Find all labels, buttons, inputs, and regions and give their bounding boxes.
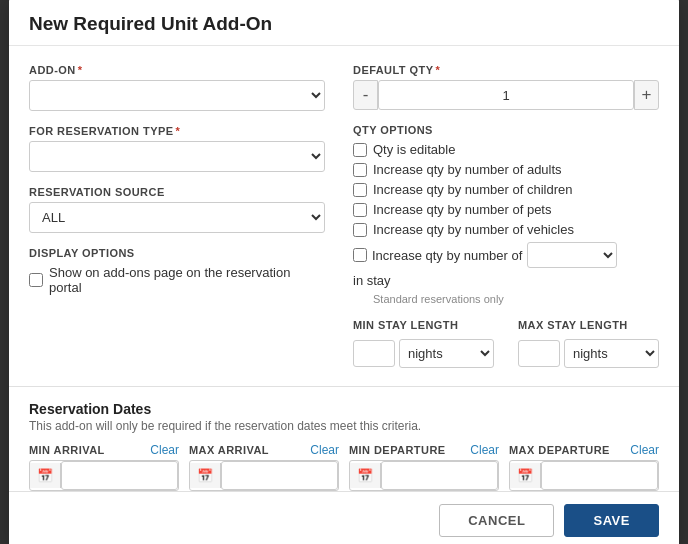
min-departure-label: MIN DEPARTURE <box>349 444 446 456</box>
min-stay-length-unit[interactable]: nights days weeks <box>399 339 494 368</box>
qty-custom-row: Increase qty by number of in stay <box>353 242 659 288</box>
qty-children-row: Increase qty by number of children <box>353 182 659 197</box>
show-on-addons-label: Show on add-ons page on the reservation … <box>49 265 325 295</box>
min-departure-calendar-icon: 📅 <box>350 463 381 488</box>
max-departure-group: MAX DEPARTURE Clear 📅 <box>509 443 659 491</box>
min-arrival-label: MIN ARRIVAL <box>29 444 105 456</box>
qty-vehicles-label: Increase qty by number of vehicles <box>373 222 574 237</box>
min-arrival-clear[interactable]: Clear <box>150 443 179 457</box>
qty-pets-label: Increase qty by number of pets <box>373 202 551 217</box>
show-on-addons-row: Show on add-ons page on the reservation … <box>29 265 325 295</box>
max-departure-calendar-icon: 📅 <box>510 463 541 488</box>
qty-editable-row: Qty is editable <box>353 142 659 157</box>
min-stay-length-inputs: nights days weeks <box>353 339 494 368</box>
save-button[interactable]: SAVE <box>564 504 659 537</box>
min-arrival-label-row: MIN ARRIVAL Clear <box>29 443 179 457</box>
right-column: DEFAULT QTY* - + QTY OPTIONS Qty is edit… <box>353 64 659 368</box>
max-stay-length-group: MAX STAY LENGTH nights days weeks <box>518 319 659 368</box>
default-qty-label: DEFAULT QTY* <box>353 64 659 76</box>
std-reservations-note: Standard reservations only <box>373 293 659 305</box>
max-arrival-clear[interactable]: Clear <box>310 443 339 457</box>
default-qty-group: DEFAULT QTY* - + <box>353 64 659 110</box>
qty-editable-checkbox[interactable] <box>353 143 367 157</box>
reservation-source-group: RESERVATION SOURCE ALL Online Manual <box>29 186 325 233</box>
qty-control: - + <box>353 80 659 110</box>
max-arrival-input[interactable] <box>221 461 338 490</box>
max-arrival-label-row: MAX ARRIVAL Clear <box>189 443 339 457</box>
addon-label: ADD-ON* <box>29 64 325 76</box>
qty-children-checkbox[interactable] <box>353 183 367 197</box>
modal-header: New Required Unit Add-On <box>9 0 679 46</box>
display-options-label: DISPLAY OPTIONS <box>29 247 325 259</box>
qty-adults-row: Increase qty by number of adults <box>353 162 659 177</box>
cancel-button[interactable]: CANCEL <box>439 504 554 537</box>
min-arrival-input-wrapper: 📅 <box>29 460 179 491</box>
qty-custom-select[interactable] <box>527 242 617 268</box>
min-departure-clear[interactable]: Clear <box>470 443 499 457</box>
max-departure-label-row: MAX DEPARTURE Clear <box>509 443 659 457</box>
min-stay-length-label: MIN STAY LENGTH <box>353 319 494 331</box>
reservation-type-label: FOR RESERVATION TYPE* <box>29 125 325 137</box>
max-departure-input[interactable] <box>541 461 658 490</box>
reservation-dates-title: Reservation Dates <box>29 401 659 417</box>
stay-length-row: MIN STAY LENGTH nights days weeks <box>353 319 659 368</box>
reservation-source-select[interactable]: ALL Online Manual <box>29 202 325 233</box>
qty-adults-label: Increase qty by number of adults <box>373 162 562 177</box>
max-departure-label: MAX DEPARTURE <box>509 444 610 456</box>
reservation-type-group: FOR RESERVATION TYPE* <box>29 125 325 172</box>
qty-pets-row: Increase qty by number of pets <box>353 202 659 217</box>
min-stay-length-value[interactable] <box>353 340 395 367</box>
max-stay-length-value[interactable] <box>518 340 560 367</box>
modal-body: ADD-ON* FOR RESERVATION TYPE* <box>9 46 679 386</box>
qty-editable-label: Qty is editable <box>373 142 455 157</box>
left-column: ADD-ON* FOR RESERVATION TYPE* <box>29 64 325 368</box>
reservation-dates-section: Reservation Dates This add-on will only … <box>9 386 679 491</box>
max-stay-length-label: MAX STAY LENGTH <box>518 319 659 331</box>
qty-vehicles-row: Increase qty by number of vehicles <box>353 222 659 237</box>
reservation-source-label: RESERVATION SOURCE <box>29 186 325 198</box>
qty-custom-checkbox[interactable] <box>353 248 367 262</box>
min-arrival-calendar-icon: 📅 <box>30 463 61 488</box>
qty-children-label: Increase qty by number of children <box>373 182 572 197</box>
min-departure-input[interactable] <box>381 461 498 490</box>
max-arrival-group: MAX ARRIVAL Clear 📅 <box>189 443 339 491</box>
reservation-dates-note: This add-on will only be required if the… <box>29 419 659 433</box>
qty-value-input[interactable] <box>378 80 634 110</box>
max-arrival-label: MAX ARRIVAL <box>189 444 269 456</box>
min-arrival-input[interactable] <box>61 461 178 490</box>
max-departure-input-wrapper: 📅 <box>509 460 659 491</box>
modal-footer: CANCEL SAVE <box>9 491 679 544</box>
max-stay-length-unit[interactable]: nights days weeks <box>564 339 659 368</box>
addon-group: ADD-ON* <box>29 64 325 111</box>
qty-pets-checkbox[interactable] <box>353 203 367 217</box>
modal-title: New Required Unit Add-On <box>29 13 659 35</box>
min-stay-length-group: MIN STAY LENGTH nights days weeks <box>353 319 494 368</box>
max-arrival-input-wrapper: 📅 <box>189 460 339 491</box>
qty-options-section: QTY OPTIONS Qty is editable Increase qty… <box>353 124 659 305</box>
max-departure-clear[interactable]: Clear <box>630 443 659 457</box>
qty-vehicles-checkbox[interactable] <box>353 223 367 237</box>
reservation-type-select[interactable] <box>29 141 325 172</box>
modal-overlay: New Required Unit Add-On ADD-ON* <box>0 0 688 544</box>
min-departure-group: MIN DEPARTURE Clear 📅 <box>349 443 499 491</box>
qty-adults-checkbox[interactable] <box>353 163 367 177</box>
date-fields-row: MIN ARRIVAL Clear 📅 MAX ARRIVAL Clear <box>29 443 659 491</box>
qty-options-label: QTY OPTIONS <box>353 124 659 136</box>
max-arrival-calendar-icon: 📅 <box>190 463 221 488</box>
min-departure-label-row: MIN DEPARTURE Clear <box>349 443 499 457</box>
min-arrival-group: MIN ARRIVAL Clear 📅 <box>29 443 179 491</box>
display-options-section: DISPLAY OPTIONS Show on add-ons page on … <box>29 247 325 295</box>
show-on-addons-checkbox[interactable] <box>29 273 43 287</box>
qty-plus-button[interactable]: + <box>634 80 659 110</box>
min-departure-input-wrapper: 📅 <box>349 460 499 491</box>
max-stay-length-inputs: nights days weeks <box>518 339 659 368</box>
form-grid: ADD-ON* FOR RESERVATION TYPE* <box>29 64 659 368</box>
addon-select[interactable] <box>29 80 325 111</box>
modal-dialog: New Required Unit Add-On ADD-ON* <box>9 0 679 544</box>
qty-custom-label: Increase qty by number of <box>372 248 522 263</box>
in-stay-label: in stay <box>353 273 391 288</box>
qty-minus-button[interactable]: - <box>353 80 378 110</box>
